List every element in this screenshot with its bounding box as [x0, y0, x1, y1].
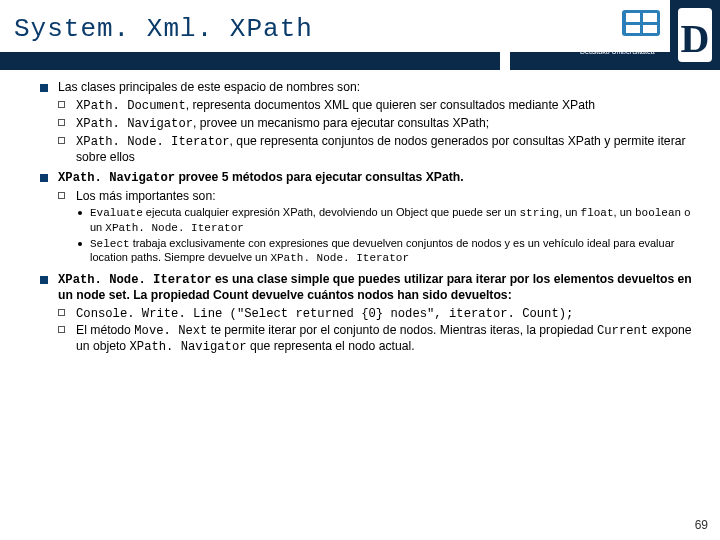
bullet-navigator: XPath. Navigator provee 5 métodos para e…	[40, 170, 696, 265]
svg-rect-4	[626, 13, 640, 22]
slide-header: System. Xml. XPath D Universidad de Deus…	[0, 0, 720, 70]
bullet-classes: Las clases principales de este espacio d…	[40, 80, 696, 164]
bullet-iterator: XPath. Node. Iterator es una clase simpl…	[40, 272, 696, 355]
svg-rect-6	[626, 25, 640, 33]
svg-text:D: D	[681, 16, 710, 61]
item-xpathdocument: XPath. Document, representa documentos X…	[58, 98, 696, 114]
detail-evaluate: Evaluate ejecuta cualquier expresión XPa…	[76, 206, 696, 235]
svg-rect-7	[643, 25, 657, 33]
svg-rect-5	[643, 13, 657, 22]
item-xpathnodeiterator: XPath. Node. Iterator, que representa co…	[58, 134, 696, 165]
logo-text-bottom: Deustuko Unibertsitatea	[580, 48, 655, 56]
slide-body: Las clases principales de este espacio d…	[0, 70, 720, 355]
page-number: 69	[695, 518, 708, 532]
title-underline	[0, 52, 500, 70]
item-importantes: Los más importantes son: Evaluate ejecut…	[58, 189, 696, 266]
logo-text-top: Universidad de Deusto	[580, 40, 655, 48]
item-xpathnavigator: XPath. Navigator, provee un mecanismo pa…	[58, 116, 696, 132]
bullet-classes-text: Las clases principales de este espacio d…	[58, 80, 360, 94]
item-console-code: Console. Write. Line ("Select returned {…	[58, 306, 696, 322]
university-logo: D Universidad de Deusto Deustuko Unibert…	[520, 0, 720, 70]
item-movenext: El método Move. Next te permite iterar p…	[58, 323, 696, 355]
detail-select: Select trabaja exclusivamente con expres…	[76, 237, 696, 266]
